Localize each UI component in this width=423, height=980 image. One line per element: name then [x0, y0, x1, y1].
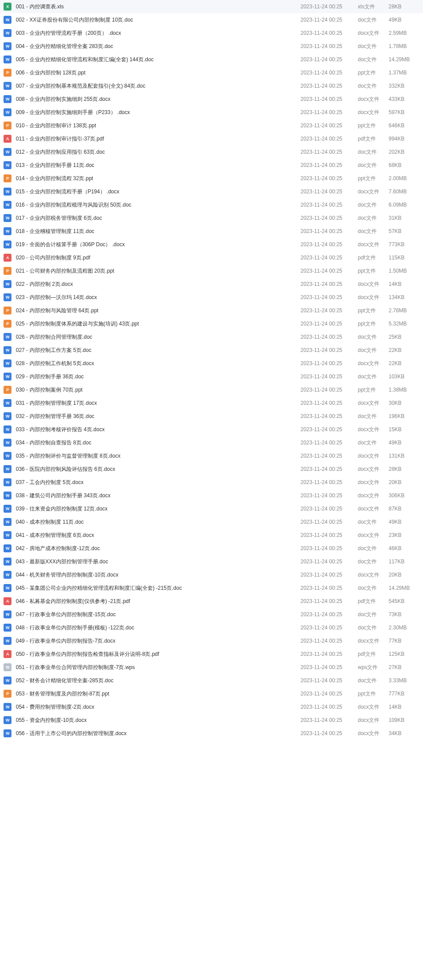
file-row[interactable]: W042 - 房地产成本控制制度-12页.doc2023-11-24 00:25… — [0, 542, 423, 555]
ppt-file-icon: P — [4, 267, 11, 275]
file-size: 14.29MB — [389, 585, 419, 591]
file-row[interactable]: W051 - 行政事业单位合同管理内部控制制度-7页.wps2023-11-24… — [0, 661, 423, 674]
file-type: docx文件 — [358, 96, 389, 103]
file-size: 597KB — [389, 109, 419, 115]
file-row[interactable]: P021 - 公司财务内部控制及流程图 20页.ppt2023-11-24 00… — [0, 264, 423, 277]
file-type: doc文件 — [358, 558, 389, 566]
file-name: 026 - 内部控制合同管理制度.doc — [16, 333, 301, 341]
file-row[interactable]: P053 - 财务管理制度及内部控制-87页.ppt2023-11-24 00:… — [0, 687, 423, 700]
file-row[interactable]: P014 - 企业内部控制流程 32页.ppt2023-11-24 00:25p… — [0, 172, 423, 185]
file-type: docx文件 — [358, 505, 389, 513]
file-date: 2023-11-24 00:25 — [301, 268, 358, 274]
file-type: docx文件 — [358, 426, 389, 433]
file-type: doc文件 — [358, 16, 389, 24]
file-date: 2023-11-24 00:25 — [301, 400, 358, 406]
file-row[interactable]: W056 - 适用于上市公司的内部控制管理制度.docx2023-11-24 0… — [0, 727, 423, 740]
file-name: 010 - 企业内部控制审计 138页.ppt — [16, 122, 301, 129]
file-row[interactable]: W043 - 最新版XXX内部控制管理手册.doc2023-11-24 00:2… — [0, 555, 423, 568]
file-date: 2023-11-24 00:25 — [301, 625, 358, 631]
file-row[interactable]: P010 - 企业内部控制审计 138页.ppt2023-11-24 00:25… — [0, 119, 423, 132]
file-type: docx文件 — [358, 703, 389, 711]
file-row[interactable]: A011 - 企业内部控制审计指引-37页.pdf2023-11-24 00:2… — [0, 132, 423, 145]
file-row[interactable]: P006 - 企业内部控制 128页.ppt2023-11-24 00:25pp… — [0, 66, 423, 79]
file-row[interactable]: W034 - 内部控制自查报告 8页.doc2023-11-24 00:25do… — [0, 436, 423, 449]
file-size: 131KB — [389, 453, 419, 459]
file-date: 2023-11-24 00:25 — [301, 426, 358, 433]
file-date: 2023-11-24 00:25 — [301, 479, 358, 485]
file-type: doc文件 — [358, 228, 389, 235]
pdf-file-icon: A — [4, 650, 11, 658]
file-name: 047 - 行政事业单位内部控制制度-15页.doc — [16, 611, 301, 618]
file-type: ppt文件 — [358, 175, 389, 182]
file-row[interactable]: W005 - 企业内控精细化管理流程和制度汇编(全套) 144页.doc2023… — [0, 53, 423, 66]
file-row[interactable]: W018 - 企业稽核管理制度 11页.doc2023-11-24 00:25d… — [0, 225, 423, 238]
file-row[interactable]: W041 - 成本控制管理制度 6页.docx2023-11-24 00:25d… — [0, 529, 423, 542]
file-row[interactable]: W016 - 企业内部控制流程梳理与风险识别 50页.doc2023-11-24… — [0, 198, 423, 211]
file-row[interactable]: W032 - 内部控制管理手册 36页.doc2023-11-24 00:25d… — [0, 410, 423, 423]
file-row[interactable]: W015 - 企业内部控制流程手册（P194） .docx2023-11-24 … — [0, 185, 423, 198]
file-row[interactable]: W027 - 内部控制工作方案 5页.doc2023-11-24 00:25do… — [0, 344, 423, 357]
doc-file-icon: W — [4, 373, 11, 381]
xls-file-icon: X — [4, 3, 11, 11]
file-row[interactable]: W052 - 财务会计精细化管理全案-285页.doc2023-11-24 00… — [0, 674, 423, 687]
file-row[interactable]: W017 - 企业内部税务管理制度 6页.doc2023-11-24 00:25… — [0, 211, 423, 225]
file-date: 2023-11-24 00:25 — [301, 492, 358, 499]
file-row[interactable]: W028 - 内部控制工作机制 5页.docx2023-11-24 00:25d… — [0, 357, 423, 370]
file-row[interactable]: W019 - 全面的会计核算手册（306P Doc） .docx2023-11-… — [0, 238, 423, 251]
file-name: 003 - 企业内控管理流程手册（200页） .docx — [16, 30, 301, 37]
file-row[interactable]: W044 - 机关财务管理内部控制制度-10页.docx2023-11-24 0… — [0, 568, 423, 581]
file-row[interactable]: W035 - 内部控制评价与监督管理制度 8页.docx2023-11-24 0… — [0, 449, 423, 462]
file-row[interactable]: W029 - 内部控制手册 36页.doc2023-11-24 00:25doc… — [0, 370, 423, 383]
file-row[interactable]: W004 - 企业内控精细化管理全案 283页.doc2023-11-24 00… — [0, 40, 423, 53]
file-row[interactable]: W012 - 企业内部控制应用指引 63页.doc2023-11-24 00:2… — [0, 145, 423, 159]
file-size: 202KB — [389, 149, 419, 155]
file-row[interactable]: W040 - 成本控制制度 11页.doc2023-11-24 00:25doc… — [0, 515, 423, 529]
file-size: 2.59MB — [389, 30, 419, 36]
file-row[interactable]: W008 - 企业内部控制实施细则 255页.docx2023-11-24 00… — [0, 92, 423, 106]
doc-file-icon: W — [4, 610, 11, 618]
file-row[interactable]: W023 - 内部控制—沃尔玛 14页.docx2023-11-24 00:25… — [0, 291, 423, 304]
file-row[interactable]: W013 - 企业内部控制手册 11页.doc2023-11-24 00:25d… — [0, 159, 423, 172]
file-row[interactable]: X001 - 内控调查表.xls2023-11-24 00:25xls文件28K… — [0, 0, 423, 13]
ppt-file-icon: P — [4, 69, 11, 77]
file-date: 2023-11-24 00:25 — [301, 545, 358, 551]
file-row[interactable]: W031 - 内部控制管理制度 17页.docx2023-11-24 00:25… — [0, 396, 423, 410]
file-row[interactable]: W026 - 内部控制合同管理制度.doc2023-11-24 00:25doc… — [0, 330, 423, 344]
file-size: 117KB — [389, 558, 419, 565]
file-size: 23KB — [389, 532, 419, 538]
pdf-file-icon: A — [4, 135, 11, 143]
file-row[interactable]: W049 - 行政事业单位内部控制报告-7页.docx2023-11-24 00… — [0, 634, 423, 647]
doc-file-icon: W — [4, 16, 11, 24]
file-row[interactable]: W048 - 行政事业单位内部控制手册(模板) -122页.doc2023-11… — [0, 621, 423, 634]
file-size: 30KB — [389, 400, 419, 406]
file-name: 012 - 企业内部控制应用指引 63页.doc — [16, 148, 301, 156]
file-row[interactable]: W002 - XX证券股份有限公司内部控制制度 10页.doc2023-11-2… — [0, 13, 423, 26]
file-row[interactable]: A020 - 公司内部控制制度 9页.pdf2023-11-24 00:25pd… — [0, 251, 423, 264]
file-row[interactable]: W038 - 建筑公司内部控制手册 343页.docx2023-11-24 00… — [0, 489, 423, 502]
file-size: 46KB — [389, 545, 419, 551]
file-row[interactable]: P025 - 内部控制制度体系的建设与实施(培训) 43页.ppt2023-11… — [0, 317, 423, 330]
file-row[interactable]: W033 - 内部控制考核评价报告 4页.docx2023-11-24 00:2… — [0, 423, 423, 436]
file-row[interactable]: W007 - 企业内部控制基本规范及配套指引(全文) 84页.doc2023-1… — [0, 79, 423, 92]
file-name: 050 - 行政事业单位内部控制报告检查指标及评分说明-8页.pdf — [16, 651, 301, 658]
file-row[interactable]: W036 - 医院内部控制风险评估报告 6页.docx2023-11-24 00… — [0, 462, 423, 476]
file-row[interactable]: A050 - 行政事业单位内部控制报告检查指标及评分说明-8页.pdf2023-… — [0, 647, 423, 661]
file-size: 14KB — [389, 704, 419, 710]
file-row[interactable]: W045 - 某集团公司企业内控精细化管理流程和制度汇编(全套) -215页.d… — [0, 581, 423, 595]
file-row[interactable]: W037 - 工会内控制度 5页.docx2023-11-24 00:25doc… — [0, 476, 423, 489]
docx-file-icon: W — [4, 425, 11, 433]
file-row[interactable]: P024 - 内部控制与风险管理 64页.ppt2023-11-24 00:25… — [0, 304, 423, 317]
file-row[interactable]: P030 - 内部控制案例 70页.ppt2023-11-24 00:25ppt… — [0, 383, 423, 396]
file-row[interactable]: A046 - 私募基金内部控制制度(仅供参考) -21页.pdf2023-11-… — [0, 595, 423, 608]
file-row[interactable]: W022 - 内部控制 2页.docx2023-11-24 00:25docx文… — [0, 277, 423, 291]
file-row[interactable]: W047 - 行政事业单位内部控制制度-15页.doc2023-11-24 00… — [0, 608, 423, 621]
file-name: 001 - 内控调查表.xls — [16, 3, 301, 11]
file-row[interactable]: W055 - 资金内控制度-10页.docx2023-11-24 00:25do… — [0, 714, 423, 727]
file-date: 2023-11-24 00:25 — [301, 321, 358, 327]
file-row[interactable]: W054 - 费用控制管理制度-2页.docx2023-11-24 00:25d… — [0, 700, 423, 714]
file-name: 011 - 企业内部控制审计指引-37页.pdf — [16, 135, 301, 143]
file-name: 053 - 财务管理制度及内部控制-87页.ppt — [16, 690, 301, 698]
file-row[interactable]: W039 - 往来资金内部控制制度 12页.docx2023-11-24 00:… — [0, 502, 423, 515]
file-row[interactable]: W003 - 企业内控管理流程手册（200页） .docx2023-11-24 … — [0, 26, 423, 40]
file-row[interactable]: W009 - 企业内部控制实施细则手册（P233） .docx2023-11-2… — [0, 106, 423, 119]
